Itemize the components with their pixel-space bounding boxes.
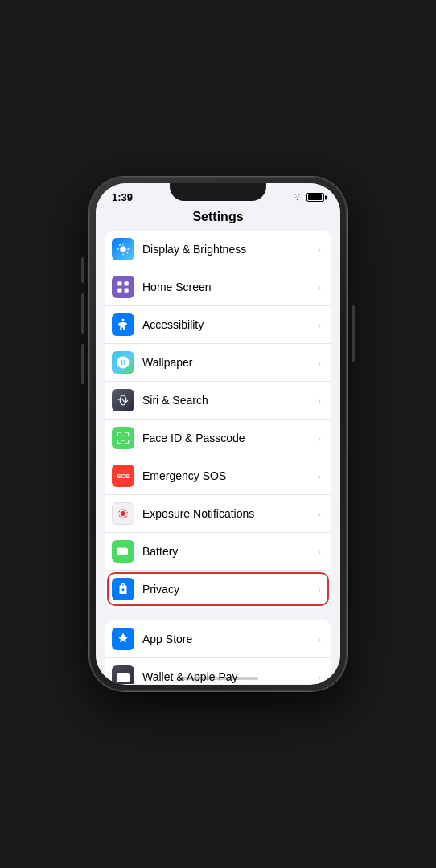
chevron-icon: › — [318, 546, 321, 558]
settings-item-siri[interactable]: Siri & Search › — [105, 382, 331, 420]
chevron-icon: › — [318, 470, 321, 482]
settings-item-wallet[interactable]: Wallet & Apple Pay › — [105, 658, 331, 684]
sos-icon: SOS — [112, 465, 134, 487]
chevron-icon: › — [318, 395, 321, 407]
status-icons — [291, 193, 324, 202]
wallpaper-label: Wallpaper — [142, 356, 318, 369]
svg-rect-3 — [125, 289, 129, 293]
status-time: 1:39 — [112, 191, 133, 203]
volume-down-button[interactable] — [81, 344, 84, 384]
settings-item-exposure[interactable]: Exposure Notifications › — [105, 495, 331, 533]
svg-rect-0 — [117, 281, 121, 285]
svg-point-4 — [122, 319, 125, 321]
settings-item-sos[interactable]: SOS Emergency SOS › — [105, 457, 331, 495]
battery-icon — [112, 540, 134, 563]
exposure-icon — [112, 502, 134, 525]
appstore-label: App Store — [142, 633, 318, 645]
home-screen-label: Home Screen — [142, 280, 318, 293]
chevron-icon: › — [318, 432, 321, 444]
settings-item-accessibility[interactable]: Accessibility › — [105, 306, 331, 344]
chevron-icon: › — [318, 508, 321, 520]
settings-list-apps: App Store › Wallet & Apple Pay — [105, 620, 331, 684]
chevron-icon: › — [318, 357, 321, 369]
appstore-icon — [112, 628, 134, 650]
wifi-icon — [291, 193, 303, 202]
chevron-icon: › — [318, 671, 321, 683]
accessibility-icon — [112, 313, 134, 336]
chevron-icon: › — [318, 633, 321, 645]
mute-button[interactable] — [81, 257, 84, 283]
svg-rect-12 — [125, 678, 127, 679]
home-indicator[interactable] — [178, 677, 258, 680]
wallpaper-icon — [112, 351, 134, 374]
settings-item-privacy[interactable]: Privacy › — [105, 571, 331, 608]
faceid-icon — [112, 427, 134, 449]
settings-item-wallpaper[interactable]: Wallpaper › — [105, 344, 331, 382]
chevron-icon: › — [318, 244, 321, 256]
chevron-icon: › — [318, 281, 321, 293]
sos-label: Emergency SOS — [142, 469, 318, 482]
chevron-icon: › — [318, 583, 321, 596]
privacy-icon — [112, 578, 134, 600]
settings-item-display-brightness[interactable]: Display & Brightness › — [105, 231, 331, 268]
settings-section-display: Display & Brightness › Home Screen › — [96, 231, 340, 608]
notch — [170, 183, 266, 201]
svg-rect-1 — [125, 281, 129, 285]
settings-item-home-screen[interactable]: Home Screen › — [105, 268, 331, 306]
home-screen-icon — [112, 276, 134, 298]
display-brightness-icon — [112, 238, 134, 260]
display-brightness-label: Display & Brightness — [142, 243, 318, 256]
svg-rect-2 — [117, 289, 121, 293]
settings-list-display: Display & Brightness › Home Screen › — [105, 231, 331, 608]
settings-item-battery[interactable]: Battery › — [105, 533, 331, 571]
phone-screen: 1:39 Settings — [96, 183, 340, 685]
faceid-label: Face ID & Passcode — [142, 432, 318, 444]
svg-point-6 — [121, 511, 125, 516]
svg-rect-11 — [117, 674, 130, 682]
svg-rect-10 — [119, 550, 125, 554]
privacy-label: Privacy — [142, 583, 318, 596]
battery-label: Battery — [142, 545, 318, 558]
accessibility-label: Accessibility — [142, 318, 318, 331]
settings-item-appstore[interactable]: App Store › — [105, 620, 331, 658]
exposure-label: Exposure Notifications — [142, 507, 318, 520]
phone-frame: 1:39 Settings — [89, 177, 347, 691]
siri-icon — [112, 389, 134, 411]
power-button[interactable] — [352, 305, 355, 362]
chevron-icon: › — [318, 319, 321, 331]
siri-label: Siri & Search — [142, 394, 318, 407]
settings-scroll[interactable]: Display & Brightness › Home Screen › — [96, 231, 340, 684]
wallet-icon — [112, 665, 134, 684]
page-title: Settings — [96, 207, 340, 231]
settings-section-apps: App Store › Wallet & Apple Pay — [96, 620, 340, 684]
volume-up-button[interactable] — [81, 293, 84, 334]
battery-status-icon — [306, 193, 324, 202]
settings-item-faceid[interactable]: Face ID & Passcode › — [105, 420, 331, 457]
